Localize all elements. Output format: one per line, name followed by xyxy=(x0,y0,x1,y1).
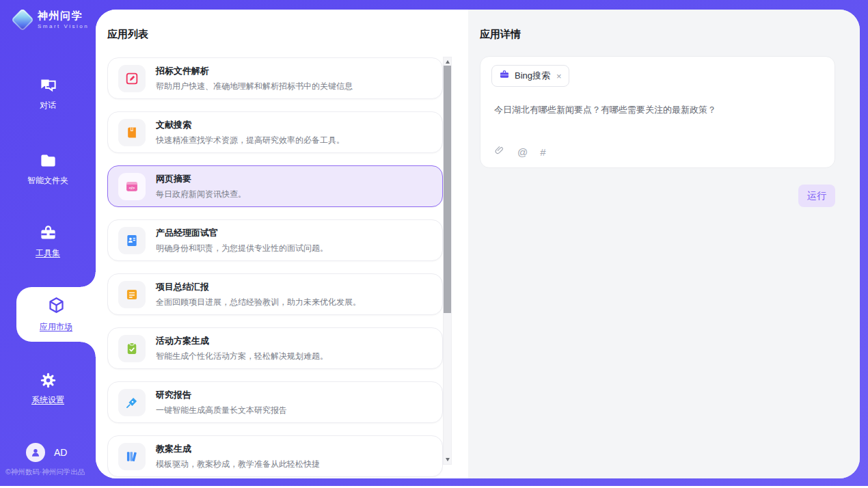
app-list-title: 应用列表 xyxy=(107,28,148,41)
app-desc: 每日政府新闻资讯快查。 xyxy=(156,189,246,200)
app-list-item[interactable]: 教案生成 模板驱动，教案秒成，教学准备从此轻松快捷 xyxy=(107,435,443,477)
app-list-item-selected[interactable]: </> 网页摘要 每日政府新闻资讯快查。 xyxy=(107,165,443,207)
note-icon xyxy=(118,281,146,308)
briefcase-icon xyxy=(499,69,510,83)
book-icon xyxy=(118,119,146,146)
resume-icon xyxy=(118,227,146,254)
avatar xyxy=(26,443,45,462)
brand-name: 神州问学 xyxy=(38,10,89,22)
run-button[interactable]: 运行 xyxy=(798,185,835,207)
app-name: 活动方案生成 xyxy=(156,335,328,347)
app-list-item[interactable]: 研究报告 一键智能生成高质量长文本研究报告 xyxy=(107,381,443,423)
app-desc: 快速精准查找学术资源，提高研究效率的必备工具。 xyxy=(156,135,344,146)
sidebar-item-label: 智能文件夹 xyxy=(27,175,68,187)
clipboard-check-icon xyxy=(118,335,146,362)
sidebar-item-toolset[interactable]: 工具集 xyxy=(0,224,96,259)
user-initials: AD xyxy=(54,447,67,458)
folder-icon xyxy=(39,152,57,170)
app-list-panel: 应用列表 招标文件解析 帮助用户快速、准确地理解和解析招标书中的关键信息 xyxy=(96,10,468,478)
app-name: 教案生成 xyxy=(156,443,320,455)
tool-chip-bing-search[interactable]: Bing搜索 × xyxy=(491,65,569,87)
chat-icon xyxy=(39,77,57,95)
app-list-item[interactable]: 产品经理面试官 明确身份和职责，为您提供专业性的面试问题。 xyxy=(107,219,443,261)
app-detail-title: 应用详情 xyxy=(480,28,521,41)
app-list-item[interactable]: 活动方案生成 智能生成个性化活动方案，轻松解决规划难题。 xyxy=(107,327,443,369)
paperclip-icon[interactable] xyxy=(494,145,505,159)
cube-icon xyxy=(47,296,66,317)
app-list: 招标文件解析 帮助用户快速、准确地理解和解析招标书中的关键信息 文献搜索 xyxy=(107,57,443,478)
sidebar-item-smart-folder[interactable]: 智能文件夹 xyxy=(0,152,96,187)
user-badge[interactable]: AD xyxy=(26,443,67,462)
app-list-item[interactable]: 项目总结汇报 全面回顾项目进展，总结经验教训，助力未来优化发展。 xyxy=(107,273,443,315)
sidebar-item-label: 工具集 xyxy=(36,247,60,259)
app-name: 文献搜索 xyxy=(156,119,344,131)
sidebar-item-chat[interactable]: 对话 xyxy=(0,77,96,111)
app-desc: 模板驱动，教案秒成，教学准备从此轻松快捷 xyxy=(156,459,320,470)
tool-chip-label: Bing搜索 xyxy=(515,70,550,82)
copyright-footer: ©神州数码·神州问学出品 xyxy=(5,467,85,477)
brand-logo: 神州问学 Smart Vision xyxy=(12,10,89,29)
sidebar-item-label: 应用市场 xyxy=(40,321,72,333)
app-name: 网页摘要 xyxy=(156,173,246,185)
app-name: 产品经理面试官 xyxy=(156,227,328,239)
main-content: 应用列表 招标文件解析 帮助用户快速、准确地理解和解析招标书中的关键信息 xyxy=(96,10,860,478)
svg-text:</>: </> xyxy=(128,185,135,189)
scroll-down-icon[interactable] xyxy=(444,455,451,464)
sidebar-item-label: 对话 xyxy=(40,100,56,111)
app-name: 项目总结汇报 xyxy=(156,281,361,293)
app-desc: 明确身份和职责，为您提供专业性的面试问题。 xyxy=(156,243,328,254)
app-name: 研究报告 xyxy=(156,389,287,401)
sidebar-item-app-market[interactable]: 应用市场 xyxy=(16,287,96,342)
scrollbar-thumb[interactable] xyxy=(444,66,451,313)
app-desc: 一键智能生成高质量长文本研究报告 xyxy=(156,405,287,416)
sidebar-item-label: 系统设置 xyxy=(31,394,64,406)
at-icon[interactable]: @ xyxy=(517,147,528,157)
prompt-card: Bing搜索 × 今日湖北有哪些新闻要点？有哪些需要关注的最新政策？ @ # xyxy=(480,56,835,168)
app-name: 招标文件解析 xyxy=(156,65,353,77)
app-desc: 帮助用户快速、准确地理解和解析招标书中的关键信息 xyxy=(156,81,353,92)
toolbox-icon xyxy=(39,224,57,243)
sidebar-item-settings[interactable]: 系统设置 xyxy=(0,371,96,406)
diamond-logo-icon xyxy=(11,8,34,31)
list-scrollbar[interactable] xyxy=(443,57,452,465)
brand-subtitle: Smart Vision xyxy=(38,23,89,29)
app-desc: 智能生成个性化活动方案，轻松解决规划难题。 xyxy=(156,351,328,362)
app-list-item[interactable]: 文献搜索 快速精准查找学术资源，提高研究效率的必备工具。 xyxy=(107,111,443,153)
app-list-item[interactable]: 招标文件解析 帮助用户快速、准确地理解和解析招标书中的关键信息 xyxy=(107,57,443,99)
pen-square-icon xyxy=(118,65,146,92)
books-icon xyxy=(118,443,146,470)
close-icon[interactable]: × xyxy=(556,71,562,81)
run-row: 运行 xyxy=(480,185,835,207)
browser-code-icon: </> xyxy=(118,173,146,200)
hash-icon[interactable]: # xyxy=(540,147,545,157)
attachment-toolbar: @ # xyxy=(494,145,546,159)
app-desc: 全面回顾项目进展，总结经验教训，助力未来优化发展。 xyxy=(156,297,361,308)
ink-pen-icon xyxy=(118,389,146,416)
app-detail-panel: 应用详情 Bing搜索 × 今日湖北有哪些新闻要点？有哪些需要关注的最新政策？ xyxy=(468,10,860,478)
prompt-text[interactable]: 今日湖北有哪些新闻要点？有哪些需要关注的最新政策？ xyxy=(494,103,821,117)
app-window: 神州问学 Smart Vision 对话 智能文件夹 xyxy=(0,0,868,488)
gear-icon xyxy=(39,371,57,390)
